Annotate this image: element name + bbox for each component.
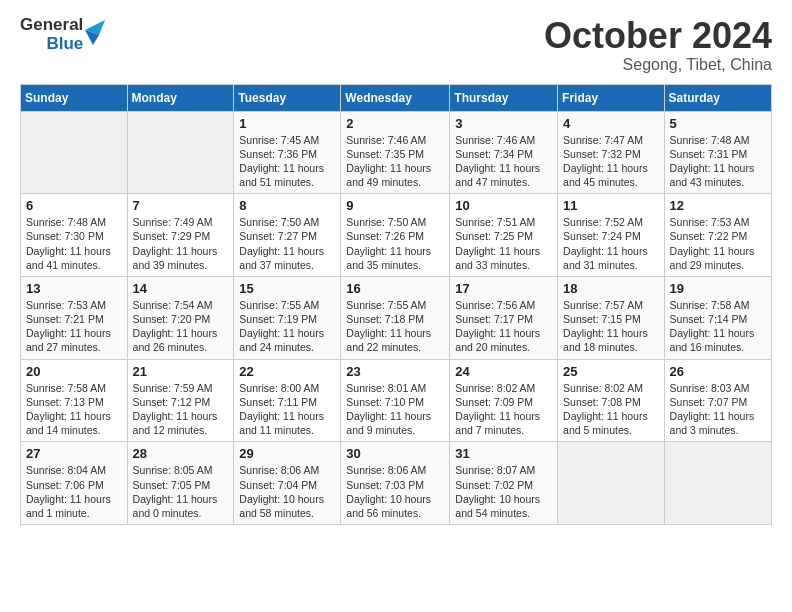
table-row <box>558 442 665 525</box>
daylight-text: Daylight: 11 hours and 7 minutes. <box>455 409 552 437</box>
cell-day-number: 26 <box>670 364 766 379</box>
cell-sun-info: Sunrise: 7:45 AMSunset: 7:36 PMDaylight:… <box>239 133 335 190</box>
cell-sun-info: Sunrise: 7:53 AMSunset: 7:22 PMDaylight:… <box>670 215 766 272</box>
sunrise-text: Sunrise: 7:48 AM <box>26 215 122 229</box>
table-row: 5Sunrise: 7:48 AMSunset: 7:31 PMDaylight… <box>664 111 771 194</box>
cell-sun-info: Sunrise: 8:04 AMSunset: 7:06 PMDaylight:… <box>26 463 122 520</box>
title-block: October 2024 Segong, Tibet, China <box>544 16 772 74</box>
cell-day-number: 1 <box>239 116 335 131</box>
daylight-text: Daylight: 10 hours and 54 minutes. <box>455 492 552 520</box>
table-row: 30Sunrise: 8:06 AMSunset: 7:03 PMDayligh… <box>341 442 450 525</box>
sunset-text: Sunset: 7:09 PM <box>455 395 552 409</box>
sunrise-text: Sunrise: 8:05 AM <box>133 463 229 477</box>
cell-day-number: 7 <box>133 198 229 213</box>
cell-sun-info: Sunrise: 7:49 AMSunset: 7:29 PMDaylight:… <box>133 215 229 272</box>
cell-day-number: 11 <box>563 198 659 213</box>
cell-day-number: 22 <box>239 364 335 379</box>
table-row: 3Sunrise: 7:46 AMSunset: 7:34 PMDaylight… <box>450 111 558 194</box>
cell-day-number: 18 <box>563 281 659 296</box>
cell-sun-info: Sunrise: 7:47 AMSunset: 7:32 PMDaylight:… <box>563 133 659 190</box>
sunrise-text: Sunrise: 7:53 AM <box>26 298 122 312</box>
sunset-text: Sunset: 7:05 PM <box>133 478 229 492</box>
daylight-text: Daylight: 11 hours and 49 minutes. <box>346 161 444 189</box>
cell-sun-info: Sunrise: 7:55 AMSunset: 7:18 PMDaylight:… <box>346 298 444 355</box>
sunset-text: Sunset: 7:18 PM <box>346 312 444 326</box>
cell-sun-info: Sunrise: 8:00 AMSunset: 7:11 PMDaylight:… <box>239 381 335 438</box>
sunset-text: Sunset: 7:17 PM <box>455 312 552 326</box>
daylight-text: Daylight: 11 hours and 47 minutes. <box>455 161 552 189</box>
table-row: 21Sunrise: 7:59 AMSunset: 7:12 PMDayligh… <box>127 359 234 442</box>
daylight-text: Daylight: 11 hours and 39 minutes. <box>133 244 229 272</box>
table-row: 31Sunrise: 8:07 AMSunset: 7:02 PMDayligh… <box>450 442 558 525</box>
daylight-text: Daylight: 11 hours and 1 minute. <box>26 492 122 520</box>
calendar-title: October 2024 <box>544 16 772 56</box>
cell-day-number: 23 <box>346 364 444 379</box>
sunrise-text: Sunrise: 7:49 AM <box>133 215 229 229</box>
sunrise-text: Sunrise: 7:56 AM <box>455 298 552 312</box>
daylight-text: Daylight: 10 hours and 58 minutes. <box>239 492 335 520</box>
sunset-text: Sunset: 7:04 PM <box>239 478 335 492</box>
logo-bird-icon <box>85 20 105 50</box>
table-row: 27Sunrise: 8:04 AMSunset: 7:06 PMDayligh… <box>21 442 128 525</box>
col-friday: Friday <box>558 84 665 111</box>
table-row: 2Sunrise: 7:46 AMSunset: 7:35 PMDaylight… <box>341 111 450 194</box>
table-row: 24Sunrise: 8:02 AMSunset: 7:09 PMDayligh… <box>450 359 558 442</box>
calendar-week-row: 13Sunrise: 7:53 AMSunset: 7:21 PMDayligh… <box>21 276 772 359</box>
cell-day-number: 14 <box>133 281 229 296</box>
cell-sun-info: Sunrise: 7:54 AMSunset: 7:20 PMDaylight:… <box>133 298 229 355</box>
sunrise-text: Sunrise: 7:55 AM <box>346 298 444 312</box>
sunset-text: Sunset: 7:24 PM <box>563 229 659 243</box>
sunrise-text: Sunrise: 8:02 AM <box>563 381 659 395</box>
table-row: 16Sunrise: 7:55 AMSunset: 7:18 PMDayligh… <box>341 276 450 359</box>
table-row: 6Sunrise: 7:48 AMSunset: 7:30 PMDaylight… <box>21 194 128 277</box>
sunset-text: Sunset: 7:31 PM <box>670 147 766 161</box>
sunrise-text: Sunrise: 8:03 AM <box>670 381 766 395</box>
table-row: 10Sunrise: 7:51 AMSunset: 7:25 PMDayligh… <box>450 194 558 277</box>
cell-sun-info: Sunrise: 7:48 AMSunset: 7:30 PMDaylight:… <box>26 215 122 272</box>
cell-sun-info: Sunrise: 7:48 AMSunset: 7:31 PMDaylight:… <box>670 133 766 190</box>
cell-sun-info: Sunrise: 8:07 AMSunset: 7:02 PMDaylight:… <box>455 463 552 520</box>
calendar-week-row: 20Sunrise: 7:58 AMSunset: 7:13 PMDayligh… <box>21 359 772 442</box>
sunrise-text: Sunrise: 7:51 AM <box>455 215 552 229</box>
col-sunday: Sunday <box>21 84 128 111</box>
daylight-text: Daylight: 11 hours and 16 minutes. <box>670 326 766 354</box>
sunset-text: Sunset: 7:36 PM <box>239 147 335 161</box>
daylight-text: Daylight: 11 hours and 12 minutes. <box>133 409 229 437</box>
cell-day-number: 30 <box>346 446 444 461</box>
sunset-text: Sunset: 7:06 PM <box>26 478 122 492</box>
cell-day-number: 19 <box>670 281 766 296</box>
cell-sun-info: Sunrise: 7:50 AMSunset: 7:27 PMDaylight:… <box>239 215 335 272</box>
calendar-page: General Blue October 2024 Segong, Tibet,… <box>0 0 792 612</box>
table-row: 23Sunrise: 8:01 AMSunset: 7:10 PMDayligh… <box>341 359 450 442</box>
sunset-text: Sunset: 7:29 PM <box>133 229 229 243</box>
daylight-text: Daylight: 10 hours and 56 minutes. <box>346 492 444 520</box>
sunset-text: Sunset: 7:25 PM <box>455 229 552 243</box>
daylight-text: Daylight: 11 hours and 0 minutes. <box>133 492 229 520</box>
sunset-text: Sunset: 7:11 PM <box>239 395 335 409</box>
daylight-text: Daylight: 11 hours and 31 minutes. <box>563 244 659 272</box>
sunset-text: Sunset: 7:19 PM <box>239 312 335 326</box>
daylight-text: Daylight: 11 hours and 20 minutes. <box>455 326 552 354</box>
cell-sun-info: Sunrise: 7:55 AMSunset: 7:19 PMDaylight:… <box>239 298 335 355</box>
sunset-text: Sunset: 7:26 PM <box>346 229 444 243</box>
table-row <box>127 111 234 194</box>
daylight-text: Daylight: 11 hours and 11 minutes. <box>239 409 335 437</box>
calendar-week-row: 27Sunrise: 8:04 AMSunset: 7:06 PMDayligh… <box>21 442 772 525</box>
sunrise-text: Sunrise: 7:45 AM <box>239 133 335 147</box>
sunset-text: Sunset: 7:27 PM <box>239 229 335 243</box>
sunset-text: Sunset: 7:08 PM <box>563 395 659 409</box>
daylight-text: Daylight: 11 hours and 35 minutes. <box>346 244 444 272</box>
cell-sun-info: Sunrise: 7:53 AMSunset: 7:21 PMDaylight:… <box>26 298 122 355</box>
cell-day-number: 29 <box>239 446 335 461</box>
daylight-text: Daylight: 11 hours and 45 minutes. <box>563 161 659 189</box>
cell-day-number: 25 <box>563 364 659 379</box>
cell-sun-info: Sunrise: 8:01 AMSunset: 7:10 PMDaylight:… <box>346 381 444 438</box>
daylight-text: Daylight: 11 hours and 41 minutes. <box>26 244 122 272</box>
sunset-text: Sunset: 7:02 PM <box>455 478 552 492</box>
cell-sun-info: Sunrise: 7:57 AMSunset: 7:15 PMDaylight:… <box>563 298 659 355</box>
sunrise-text: Sunrise: 8:07 AM <box>455 463 552 477</box>
calendar-table: Sunday Monday Tuesday Wednesday Thursday… <box>20 84 772 525</box>
sunrise-text: Sunrise: 7:46 AM <box>455 133 552 147</box>
cell-sun-info: Sunrise: 7:52 AMSunset: 7:24 PMDaylight:… <box>563 215 659 272</box>
cell-day-number: 8 <box>239 198 335 213</box>
